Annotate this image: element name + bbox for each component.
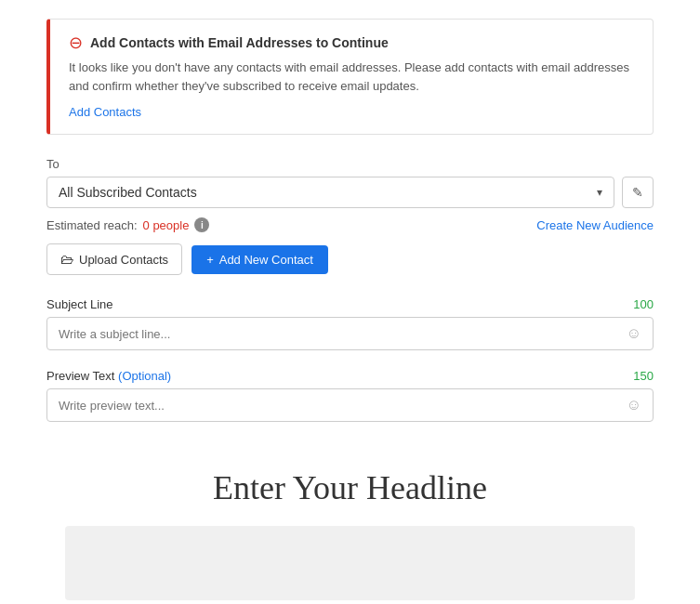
to-label: To [46,157,654,171]
subject-char-count: 100 [633,297,654,311]
contact-buttons-row: 🗁 Upload Contacts + Add New Contact [46,243,654,275]
preview-text-input-wrapper: ☺ [46,388,654,422]
add-contacts-link[interactable]: Add Contacts [69,105,141,119]
dropdown-arrow-icon: ▾ [597,186,602,199]
reach-row: Estimated reach: 0 people i Create New A… [46,217,654,232]
reach-count: 0 people [143,218,190,232]
optional-label: (Optional) [118,369,171,383]
alert-body: It looks like you don't have any contact… [69,59,634,95]
subject-line-section: Subject Line 100 ☺ [46,297,654,350]
upload-icon: 🗁 [60,252,73,267]
headline-section: Enter Your Headline [46,440,654,526]
content-placeholder [65,526,635,600]
preview-text-input[interactable] [59,399,627,413]
headline-text[interactable]: Enter Your Headline [65,468,635,507]
upload-contacts-button[interactable]: 🗁 Upload Contacts [46,243,182,275]
subject-emoji-icon[interactable]: ☺ [627,325,641,342]
alert-title: Add Contacts with Email Addresses to Con… [90,35,389,50]
audience-dropdown-value: All Subscribed Contacts [59,185,197,200]
info-icon[interactable]: i [194,217,209,232]
preview-emoji-icon[interactable]: ☺ [627,397,641,414]
subject-line-input-wrapper: ☺ [46,317,654,350]
create-audience-link[interactable]: Create New Audience [536,218,654,232]
add-new-contact-button[interactable]: + Add New Contact [192,245,328,274]
alert-box: ⊖ Add Contacts with Email Addresses to C… [46,19,654,135]
plus-icon: + [206,253,214,267]
alert-icon: ⊖ [69,34,83,51]
upload-contacts-label: Upload Contacts [79,253,168,267]
subject-line-input[interactable] [59,327,627,341]
preview-text-section: Preview Text (Optional) 150 ☺ [46,369,654,422]
subject-line-label: Subject Line [46,297,113,311]
edit-audience-button[interactable]: ✎ [622,177,654,208]
add-contact-label: Add New Contact [219,253,313,267]
audience-dropdown[interactable]: All Subscribed Contacts ▾ [46,177,614,208]
estimated-reach-label: Estimated reach: [46,218,138,232]
pencil-icon: ✎ [632,185,643,200]
preview-text-label: Preview Text (Optional) [46,369,171,383]
preview-char-count: 150 [633,369,654,383]
recipient-row: All Subscribed Contacts ▾ ✎ [46,177,654,208]
